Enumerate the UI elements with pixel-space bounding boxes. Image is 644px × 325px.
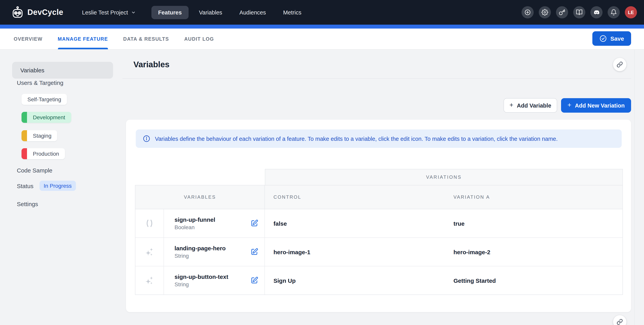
section-permalink-button[interactable] — [613, 58, 626, 71]
env-label: Staging — [27, 130, 57, 141]
variables-table-body: sign-up-funnel Boolean false true — [135, 209, 623, 295]
nav-item-metrics[interactable]: Metrics — [276, 6, 308, 19]
save-button[interactable]: Save — [592, 31, 631, 46]
sidebar-status-row: Status In Progress — [17, 181, 76, 191]
notifications-bell-icon[interactable] — [608, 6, 620, 18]
col-header-variation-a: VARIATION A — [454, 194, 490, 200]
plus-icon: + — [510, 102, 513, 108]
feature-tabs: OVERVIEW MANAGE FEATURE DATA & RESULTS A… — [0, 28, 644, 50]
sparkles-icon — [144, 275, 154, 286]
control-value: hero-image-1 — [265, 238, 445, 266]
env-label: Self-Targeting — [22, 94, 67, 105]
settings-gear-icon[interactable] — [539, 6, 551, 18]
info-banner: Variables define the behaviour of each v… — [136, 129, 622, 148]
env-color-bar — [22, 112, 27, 123]
table-header-row: VARIABLES CONTROL VARIATION A — [135, 185, 623, 209]
nav-item-audiences[interactable]: Audiences — [233, 6, 272, 19]
variations-group-header: VARIATIONS — [265, 169, 623, 185]
discord-icon[interactable] — [590, 6, 602, 18]
sidebar-item-status[interactable]: Status — [17, 182, 34, 189]
plus-icon: + — [568, 102, 572, 108]
page-title: Variables — [134, 60, 170, 69]
table-row: landing-page-hero String hero-image-1 he… — [135, 237, 622, 266]
col-header-variables: VARIABLES — [184, 194, 216, 200]
table-row: sign-up-button-text String Sign Up Getti… — [135, 266, 622, 295]
save-label: Save — [610, 35, 624, 42]
tab-overview[interactable]: OVERVIEW — [14, 28, 42, 49]
link-icon — [616, 61, 623, 68]
main-content: Variables + Add Variable + Add New Varia… — [122, 50, 644, 325]
nav-item-features[interactable]: Features — [152, 6, 188, 19]
feature-sidebar: Variables Users & Targeting Self-Targeti… — [0, 50, 122, 325]
nav-links: Features Variables Audiences Metrics — [152, 6, 308, 19]
edit-variable-button[interactable] — [250, 276, 259, 285]
status-badge[interactable]: In Progress — [39, 181, 76, 191]
docs-book-icon[interactable] — [573, 6, 585, 18]
edit-variable-button[interactable] — [250, 247, 259, 257]
screen: DevCycle Leslie Test Project Features Va… — [0, 0, 644, 325]
nav-utilities: LE — [522, 6, 637, 18]
progress-bar — [0, 25, 644, 28]
env-color-bar — [22, 130, 27, 141]
sidebar-env-staging[interactable]: Staging — [22, 130, 57, 141]
project-selector[interactable]: Leslie Test Project — [82, 9, 136, 15]
devcycle-logo[interactable]: DevCycle — [11, 6, 63, 19]
variation-a-value: true — [445, 209, 622, 237]
info-banner-text: Variables define the behaviour of each v… — [155, 135, 558, 142]
boolean-icon — [144, 218, 154, 228]
sidebar-item-label: Variables — [20, 67, 44, 73]
variable-name: sign-up-funnel — [174, 216, 215, 223]
user-avatar[interactable]: LE — [625, 6, 637, 18]
variables-card: Variables define the behaviour of each v… — [126, 120, 631, 312]
control-value: false — [265, 209, 445, 237]
sidebar-item-settings[interactable]: Settings — [17, 201, 38, 207]
tab-audit-log[interactable]: AUDIT LOG — [184, 28, 214, 49]
variable-type: String — [174, 253, 226, 259]
scroll-gutter — [634, 50, 634, 325]
sparkles-icon — [144, 247, 154, 257]
api-key-icon[interactable] — [556, 6, 568, 18]
col-header-control: CONTROL — [274, 194, 302, 200]
variable-name: sign-up-button-text — [174, 273, 228, 280]
chevron-down-icon — [131, 10, 136, 15]
sidebar-env-self-targeting[interactable]: Self-Targeting — [22, 94, 67, 105]
project-name: Leslie Test Project — [82, 9, 128, 15]
edit-variable-button[interactable] — [250, 219, 259, 228]
top-nav: DevCycle Leslie Test Project Features Va… — [0, 0, 644, 25]
nav-item-variables[interactable]: Variables — [192, 6, 229, 19]
robot-logo-icon — [11, 6, 24, 19]
tab-data-results[interactable]: DATA & RESULTS — [123, 28, 169, 49]
info-icon — [143, 135, 150, 142]
check-circle-icon — [600, 35, 607, 42]
sidebar-env-production[interactable]: Production — [22, 148, 65, 159]
add-circle-icon[interactable] — [522, 6, 534, 18]
variable-name: landing-page-hero — [174, 245, 226, 252]
env-label: Production — [27, 148, 65, 159]
add-variable-button[interactable]: + Add Variable — [504, 98, 557, 113]
sidebar-item-variables[interactable]: Variables — [12, 62, 113, 79]
brand-name: DevCycle — [28, 8, 63, 17]
add-new-variation-label: Add New Variation — [575, 102, 625, 108]
env-color-bar — [22, 148, 27, 159]
env-label: Development — [27, 112, 71, 123]
variables-section-header: Variables — [122, 50, 631, 79]
variable-type: String — [174, 281, 228, 288]
next-section-permalink-button[interactable] — [613, 315, 626, 325]
link-icon — [616, 319, 623, 325]
variable-type: Boolean — [174, 224, 215, 230]
table-row: sign-up-funnel Boolean false true — [135, 209, 622, 237]
sidebar-item-code-sample[interactable]: Code Sample — [17, 167, 52, 174]
sidebar-env-development[interactable]: Development — [22, 112, 71, 123]
sidebar-item-users-targeting[interactable]: Users & Targeting — [17, 79, 64, 86]
add-variable-label: Add Variable — [517, 102, 551, 108]
variation-a-value: hero-image-2 — [445, 238, 622, 266]
variation-a-value: Getting Started — [445, 266, 622, 295]
tab-manage-feature[interactable]: MANAGE FEATURE — [58, 28, 108, 49]
add-new-variation-button[interactable]: + Add New Variation — [561, 98, 631, 113]
control-value: Sign Up — [265, 266, 445, 295]
